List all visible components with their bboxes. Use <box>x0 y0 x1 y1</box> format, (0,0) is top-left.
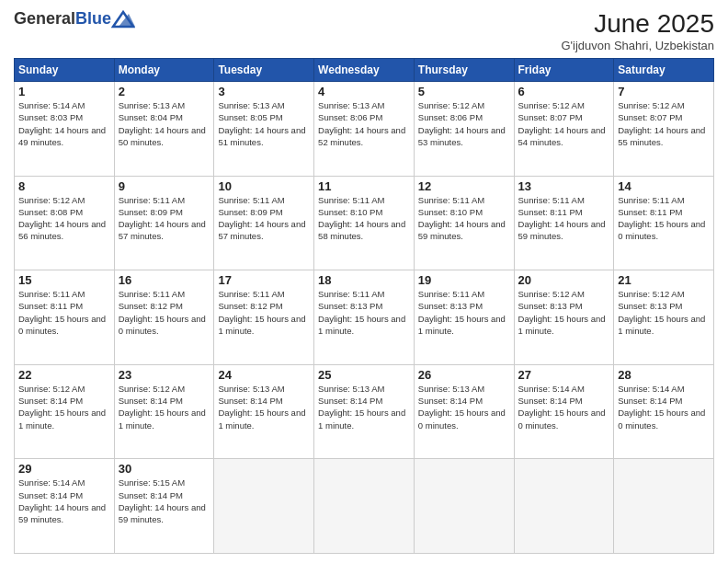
logo-general: General <box>14 9 75 28</box>
col-thursday: Thursday <box>414 59 514 82</box>
day-25: 25 Sunrise: 5:13 AMSunset: 8:14 PMDaylig… <box>314 364 415 459</box>
day-17: 17 Sunrise: 5:11 AMSunset: 8:12 PMDaylig… <box>214 270 314 365</box>
day-11: 11 Sunrise: 5:11 AMSunset: 8:10 PMDaylig… <box>314 176 415 270</box>
col-friday: Friday <box>514 59 614 82</box>
day-19: 19 Sunrise: 5:11 AMSunset: 8:13 PMDaylig… <box>414 270 514 365</box>
day-20: 20 Sunrise: 5:12 AMSunset: 8:13 PMDaylig… <box>514 270 614 365</box>
day-9: 9 Sunrise: 5:11 AMSunset: 8:09 PMDayligh… <box>114 176 214 270</box>
logo: GeneralBlue <box>14 9 135 29</box>
day-18: 18 Sunrise: 5:11 AMSunset: 8:13 PMDaylig… <box>314 270 415 365</box>
empty-cell-1 <box>214 459 314 554</box>
header-row: Sunday Monday Tuesday Wednesday Thursday… <box>15 59 714 82</box>
day-15: 15 Sunrise: 5:11 AMSunset: 8:11 PMDaylig… <box>15 270 115 365</box>
col-tuesday: Tuesday <box>214 59 314 82</box>
day-22: 22 Sunrise: 5:12 AMSunset: 8:14 PMDaylig… <box>15 364 115 459</box>
header: GeneralBlue June 2025 G'ijduvon Shahri, … <box>14 9 714 52</box>
col-monday: Monday <box>114 59 214 82</box>
logo-icon <box>111 10 135 29</box>
week-row-2: 8 Sunrise: 5:12 AMSunset: 8:08 PMDayligh… <box>15 176 714 270</box>
page: GeneralBlue June 2025 G'ijduvon Shahri, … <box>0 0 728 563</box>
location: G'ijduvon Shahri, Uzbekistan <box>561 39 714 52</box>
day-21: 21 Sunrise: 5:12 AMSunset: 8:13 PMDaylig… <box>614 270 714 365</box>
logo-text: GeneralBlue <box>14 9 111 29</box>
day-24: 24 Sunrise: 5:13 AMSunset: 8:14 PMDaylig… <box>214 364 314 459</box>
week-row-4: 22 Sunrise: 5:12 AMSunset: 8:14 PMDaylig… <box>15 364 714 459</box>
day-5: 5 Sunrise: 5:12 AMSunset: 8:06 PMDayligh… <box>414 82 514 177</box>
day-27: 27 Sunrise: 5:14 AMSunset: 8:14 PMDaylig… <box>514 364 614 459</box>
day-16: 16 Sunrise: 5:11 AMSunset: 8:12 PMDaylig… <box>114 270 214 365</box>
day-23: 23 Sunrise: 5:12 AMSunset: 8:14 PMDaylig… <box>114 364 214 459</box>
week-row-5: 29 Sunrise: 5:14 AMSunset: 8:14 PMDaylig… <box>15 459 714 554</box>
col-saturday: Saturday <box>614 59 714 82</box>
day-30: 30 Sunrise: 5:15 AMSunset: 8:14 PMDaylig… <box>114 459 214 554</box>
day-7: 7 Sunrise: 5:12 AMSunset: 8:07 PMDayligh… <box>614 82 714 177</box>
col-wednesday: Wednesday <box>314 59 415 82</box>
month-year: June 2025 <box>561 9 714 39</box>
day-3: 3 Sunrise: 5:13 AMSunset: 8:05 PMDayligh… <box>214 82 314 177</box>
empty-cell-2 <box>314 459 415 554</box>
logo-blue: Blue <box>75 9 111 28</box>
empty-cell-5 <box>614 459 714 554</box>
day-8: 8 Sunrise: 5:12 AMSunset: 8:08 PMDayligh… <box>15 176 115 270</box>
day-13: 13 Sunrise: 5:11 AMSunset: 8:11 PMDaylig… <box>514 176 614 270</box>
day-29: 29 Sunrise: 5:14 AMSunset: 8:14 PMDaylig… <box>15 459 115 554</box>
empty-cell-4 <box>514 459 614 554</box>
day-10: 10 Sunrise: 5:11 AMSunset: 8:09 PMDaylig… <box>214 176 314 270</box>
day-1: 1 Sunrise: 5:14 AMSunset: 8:03 PMDayligh… <box>15 82 115 177</box>
col-sunday: Sunday <box>15 59 115 82</box>
day-14: 14 Sunrise: 5:11 AMSunset: 8:11 PMDaylig… <box>614 176 714 270</box>
day-28: 28 Sunrise: 5:14 AMSunset: 8:14 PMDaylig… <box>614 364 714 459</box>
day-4: 4 Sunrise: 5:13 AMSunset: 8:06 PMDayligh… <box>314 82 415 177</box>
calendar-table: Sunday Monday Tuesday Wednesday Thursday… <box>14 58 714 554</box>
day-2: 2 Sunrise: 5:13 AMSunset: 8:04 PMDayligh… <box>114 82 214 177</box>
week-row-3: 15 Sunrise: 5:11 AMSunset: 8:11 PMDaylig… <box>15 270 714 365</box>
day-26: 26 Sunrise: 5:13 AMSunset: 8:14 PMDaylig… <box>414 364 514 459</box>
title-block: June 2025 G'ijduvon Shahri, Uzbekistan <box>561 9 714 52</box>
day-6: 6 Sunrise: 5:12 AMSunset: 8:07 PMDayligh… <box>514 82 614 177</box>
empty-cell-3 <box>414 459 514 554</box>
day-12: 12 Sunrise: 5:11 AMSunset: 8:10 PMDaylig… <box>414 176 514 270</box>
week-row-1: 1 Sunrise: 5:14 AMSunset: 8:03 PMDayligh… <box>15 82 714 177</box>
